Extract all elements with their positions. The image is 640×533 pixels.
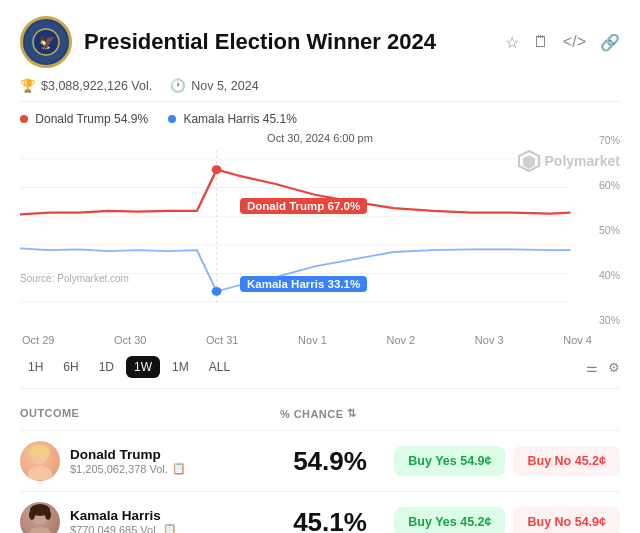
date-info: 🕐 Nov 5, 2024	[170, 78, 258, 93]
harris-dot	[168, 115, 176, 123]
trump-chance: 54.9%	[280, 446, 380, 477]
harris-name: Kamala Harris	[70, 508, 177, 523]
harris-chance: 45.1%	[280, 507, 380, 534]
time-filter-row: 1H 6H 1D 1W 1M ALL ⚌ ⚙	[20, 356, 620, 389]
svg-point-21	[29, 510, 35, 520]
header-outcome: OUTCOME	[20, 407, 280, 420]
header-actions-col	[380, 407, 620, 420]
candidate-details-trump: Donald Trump $1,205,062,378 Vol. 📋	[70, 447, 186, 475]
settings-icon[interactable]: ⚙	[608, 360, 620, 375]
candidate-info-trump: Donald Trump $1,205,062,378 Vol. 📋	[20, 441, 280, 481]
chart-area: Oct 30, 2024 6:00 pm 70% 60% 50% 40% 30%	[20, 130, 620, 330]
header-actions: ☆ 🗒 </> 🔗	[505, 33, 620, 52]
seal-inner: 🦅	[25, 21, 67, 63]
harris-volume: $770,049,685 Vol. 📋	[70, 523, 177, 533]
trump-tooltip: Donald Trump 67.0%	[240, 198, 367, 214]
subheader: 🏆 $3,088,922,126 Vol. 🕐 Nov 5, 2024	[20, 78, 620, 102]
sort-icon[interactable]: ⇅	[347, 407, 356, 420]
source-label: Source: Polymarket.com	[20, 273, 129, 284]
document-icon[interactable]: 🗒	[533, 33, 549, 52]
time-btn-1m[interactable]: 1M	[164, 356, 197, 378]
time-btn-1d[interactable]: 1D	[91, 356, 122, 378]
avatar-trump	[20, 441, 60, 481]
info-icon-harris[interactable]: 📋	[163, 523, 177, 533]
time-btn-1h[interactable]: 1H	[20, 356, 51, 378]
legend-harris: Kamala Harris 45.1%	[168, 112, 297, 126]
svg-marker-12	[523, 155, 535, 169]
info-icon-trump[interactable]: 📋	[172, 462, 186, 475]
svg-point-14	[28, 466, 52, 480]
trump-action-btns: Buy Yes 54.9¢ Buy No 45.2¢	[380, 446, 620, 476]
trump-buy-no-btn[interactable]: Buy No 45.2¢	[513, 446, 620, 476]
legend-trump: Donald Trump 54.9%	[20, 112, 148, 126]
date-value: Nov 5, 2024	[191, 79, 258, 93]
trump-volume: $1,205,062,378 Vol. 📋	[70, 462, 186, 475]
filter-lines-icon[interactable]: ⚌	[586, 360, 598, 375]
polymarket-logo-icon	[518, 150, 540, 172]
watermark-text: Polymarket	[545, 153, 620, 169]
trump-dot	[20, 115, 28, 123]
code-icon[interactable]: </>	[563, 33, 586, 52]
trophy-icon: 🏆	[20, 78, 36, 93]
harris-action-btns: Buy Yes 45.2¢ Buy No 54.9¢	[380, 507, 620, 533]
harris-buy-no-btn[interactable]: Buy No 54.9¢	[513, 507, 620, 533]
time-btn-1w[interactable]: 1W	[126, 356, 160, 378]
chart-filter-icons: ⚌ ⚙	[586, 360, 620, 375]
presidential-seal: 🦅	[20, 16, 72, 68]
harris-buy-yes-btn[interactable]: Buy Yes 45.2¢	[394, 507, 505, 533]
chart-svg	[20, 150, 600, 320]
volume-value: $3,088,922,126 Vol.	[41, 79, 152, 93]
svg-point-9	[212, 165, 222, 174]
header-chance: % CHANCE ⇅	[280, 407, 380, 420]
outcome-row-harris: Kamala Harris $770,049,685 Vol. 📋 45.1% …	[20, 491, 620, 533]
svg-point-10	[212, 287, 222, 296]
svg-point-19	[28, 527, 52, 533]
candidate-details-harris: Kamala Harris $770,049,685 Vol. 📋	[70, 508, 177, 533]
page-title: Presidential Election Winner 2024	[84, 29, 436, 55]
outcome-row-trump: Donald Trump $1,205,062,378 Vol. 📋 54.9%…	[20, 430, 620, 491]
svg-point-16	[30, 449, 36, 457]
chart-date-tooltip: Oct 30, 2024 6:00 pm	[267, 132, 373, 144]
svg-point-22	[45, 510, 51, 520]
svg-text:🦅: 🦅	[38, 34, 56, 51]
table-header: OUTCOME % CHANCE ⇅	[20, 401, 620, 426]
trump-name: Donald Trump	[70, 447, 186, 462]
main-container: 🦅 Presidential Election Winner 2024 ☆ 🗒 …	[0, 0, 640, 533]
volume-info: 🏆 $3,088,922,126 Vol.	[20, 78, 152, 93]
candidate-info-harris: Kamala Harris $770,049,685 Vol. 📋	[20, 502, 280, 533]
trump-buy-yes-btn[interactable]: Buy Yes 54.9¢	[394, 446, 505, 476]
header: 🦅 Presidential Election Winner 2024 ☆ 🗒 …	[20, 16, 620, 68]
link-icon[interactable]: 🔗	[600, 33, 620, 52]
xaxis-labels: Oct 29 Oct 30 Oct 31 Nov 1 Nov 2 Nov 3 N…	[20, 334, 620, 346]
time-btn-all[interactable]: ALL	[201, 356, 238, 378]
avatar-harris	[20, 502, 60, 533]
time-btn-6h[interactable]: 6H	[55, 356, 86, 378]
clock-icon: 🕐	[170, 78, 186, 93]
svg-point-17	[44, 449, 50, 457]
polymarket-watermark: Polymarket	[518, 150, 620, 172]
harris-tooltip: Kamala Harris 33.1%	[240, 276, 367, 292]
star-icon[interactable]: ☆	[505, 33, 519, 52]
chart-legend: Donald Trump 54.9% Kamala Harris 45.1%	[20, 112, 620, 126]
